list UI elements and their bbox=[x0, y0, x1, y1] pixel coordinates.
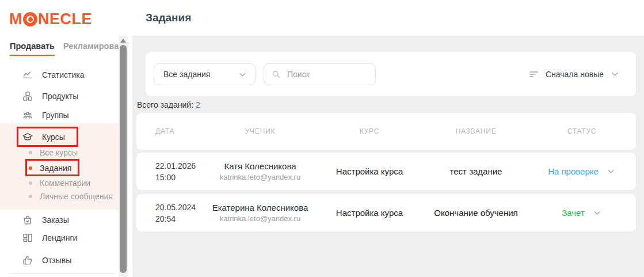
student-cell: Екатерина Колесникова katrinka.leto@yand… bbox=[205, 203, 315, 223]
sidebar-item-landings[interactable]: Лендинги bbox=[22, 231, 77, 245]
subitem-label: Личные сообщения bbox=[40, 192, 113, 201]
student-name: Катя Колесникова bbox=[205, 161, 315, 171]
chevron-down-icon bbox=[238, 70, 247, 79]
column-header-title: НАЗВАНИЕ bbox=[424, 127, 528, 135]
groups-people-icon bbox=[22, 109, 33, 121]
main-header: Задания bbox=[132, 0, 644, 36]
main-content: Все задания Сначала новые Всего заданий:… bbox=[132, 36, 644, 277]
table-row[interactable]: 22.01.2026 15:00 Катя Колесникова katrin… bbox=[136, 153, 636, 190]
bullet-icon bbox=[29, 151, 32, 154]
sidebar-scrollbar[interactable] bbox=[119, 36, 128, 277]
page-title: Задания bbox=[146, 12, 191, 24]
student-cell: Катя Колесникова katrinka.leto@yandex.ru bbox=[205, 161, 315, 181]
task-title: Окончание обучения bbox=[424, 208, 528, 218]
summary-label: Всего заданий: bbox=[137, 100, 193, 109]
filter-bar: Все задания Сначала новые bbox=[146, 52, 636, 96]
chevron-down-icon[interactable] bbox=[606, 166, 616, 176]
app-window: M NECLE Продавать Рекламировать Статисти… bbox=[0, 0, 644, 277]
sidebar-item-groups[interactable]: Группы bbox=[22, 108, 69, 122]
task-title: тест задание bbox=[424, 166, 528, 176]
search-box bbox=[264, 63, 376, 85]
sidebar-item-orders[interactable]: Заказы bbox=[22, 213, 69, 227]
tasks-total-summary: Всего заданий: 2 bbox=[137, 100, 200, 109]
chevron-down-icon[interactable] bbox=[592, 208, 602, 218]
course-name: Настройка курса bbox=[315, 208, 424, 218]
monecle-logo[interactable]: M NECLE bbox=[9, 10, 92, 28]
bullet-icon bbox=[29, 195, 32, 198]
sidebar-subitem-comments[interactable]: Комментарии bbox=[29, 177, 90, 189]
column-header-date: ДАТА bbox=[136, 127, 205, 135]
sidebar-item-label: Лендинги bbox=[42, 233, 77, 242]
orders-bag-icon bbox=[22, 214, 33, 226]
scrollbar-up-arrow-icon[interactable] bbox=[120, 39, 126, 43]
column-header-student: УЧЕНИК bbox=[205, 127, 315, 135]
task-date: 22.01.2026 bbox=[155, 160, 205, 172]
sidebar-item-statistics[interactable]: Статистика bbox=[22, 68, 85, 82]
annotation-box-tasks bbox=[25, 159, 79, 176]
student-email: katrinka.leto@yandex.ru bbox=[205, 173, 315, 181]
logo-text-left: M bbox=[9, 10, 22, 28]
sidebar-item-label: Отзывы bbox=[42, 256, 71, 265]
thumbs-up-icon bbox=[22, 255, 33, 266]
search-icon bbox=[271, 69, 281, 79]
course-name: Настройка курса bbox=[315, 166, 424, 176]
leaf-icon bbox=[27, 16, 33, 22]
task-type-dropdown[interactable]: Все задания bbox=[154, 63, 256, 85]
table-header-row: ДАТА УЧЕНИК КУРС НАЗВАНИЕ СТАТУС bbox=[136, 113, 636, 150]
subitem-label: Комментарии bbox=[40, 179, 90, 188]
student-email: katrinka.leto@yandex.ru bbox=[205, 214, 315, 223]
products-cubes-icon bbox=[22, 90, 33, 102]
sidebar-item-label: Заказы bbox=[42, 215, 69, 225]
column-header-course: КУРС bbox=[315, 127, 424, 135]
date-cell: 20.05.2024 20:54 bbox=[136, 202, 205, 225]
date-cell: 22.01.2026 15:00 bbox=[136, 160, 205, 183]
scrollbar-thumb[interactable] bbox=[120, 45, 127, 273]
subitem-label: Все курсы bbox=[40, 148, 78, 157]
status-badge: На проверке bbox=[548, 166, 599, 176]
logo-o-icon bbox=[23, 12, 37, 26]
logo-text-right: NECLE bbox=[38, 10, 92, 28]
sidebar-divider bbox=[10, 273, 115, 274]
dropdown-value: Все задания bbox=[163, 70, 210, 79]
sidebar-subitem-all-courses[interactable]: Все курсы bbox=[29, 147, 78, 158]
table-row[interactable]: 20.05.2024 20:54 Екатерина Колесникова k… bbox=[136, 194, 636, 232]
search-input[interactable] bbox=[287, 70, 368, 79]
sidebar-tabs: Продавать Рекламировать bbox=[10, 41, 128, 56]
column-header-status: СТАТУС bbox=[528, 127, 636, 135]
sidebar-item-reviews[interactable]: Отзывы bbox=[22, 253, 71, 267]
sidebar-item-products[interactable]: Продукты bbox=[22, 89, 78, 103]
task-time: 20:54 bbox=[155, 213, 205, 225]
chevron-down-icon bbox=[610, 69, 620, 79]
status-dropdown[interactable]: На проверке bbox=[528, 166, 636, 176]
sort-control[interactable]: Сначала новые bbox=[529, 69, 620, 79]
sidebar-item-label: Продукты bbox=[42, 92, 78, 101]
student-name: Екатерина Колесникова bbox=[205, 203, 315, 213]
bullet-icon bbox=[29, 181, 32, 185]
tab-sell[interactable]: Продавать bbox=[10, 41, 55, 56]
sidebar-item-label: Группы bbox=[42, 111, 69, 120]
status-dropdown[interactable]: Зачет bbox=[528, 208, 636, 218]
sidebar-item-label: Статистика bbox=[42, 70, 85, 79]
sort-lines-icon bbox=[529, 69, 539, 79]
landings-layout-icon bbox=[22, 232, 33, 244]
sort-label: Сначала новые bbox=[546, 70, 604, 79]
chart-icon bbox=[22, 69, 33, 81]
sidebar-subitem-private-messages[interactable]: Личные сообщения bbox=[29, 191, 113, 202]
summary-count: 2 bbox=[196, 100, 200, 109]
task-date: 20.05.2024 bbox=[155, 202, 205, 213]
annotation-box-courses bbox=[17, 127, 78, 147]
status-badge: Зачет bbox=[562, 208, 585, 218]
task-time: 15:00 bbox=[155, 172, 205, 183]
